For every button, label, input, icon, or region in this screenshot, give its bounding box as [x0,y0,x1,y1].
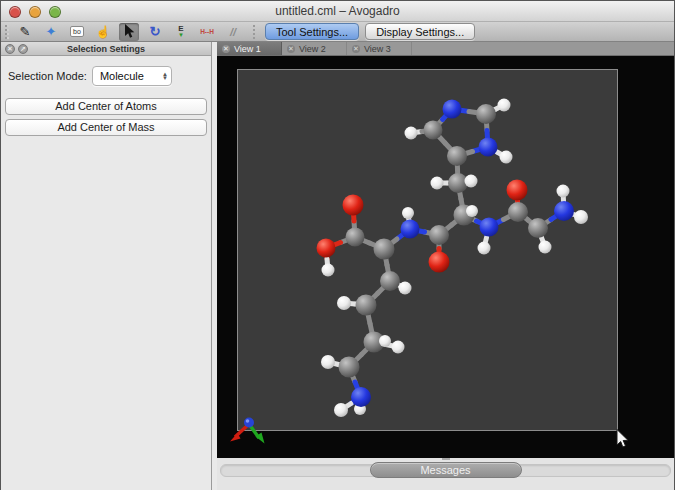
draw-tool-button[interactable]: ✎ [15,23,35,41]
close-window-button[interactable] [9,6,21,18]
hand-icon: ☝ [96,25,111,39]
tab-view-3[interactable]: ✕ View 3 [347,42,412,55]
minimize-window-button[interactable] [29,6,41,18]
navigate-icon: ✦ [46,24,57,39]
window-title: untitled.cml – Avogadro [1,1,674,22]
manipulate-tool-button[interactable]: ☝ [93,23,113,41]
toolbar-separator [253,25,255,39]
selection-mode-label: Selection Mode: [8,70,87,82]
zoom-window-button[interactable] [49,6,61,18]
navigate-tool-button[interactable]: ✦ [41,23,61,41]
statusbar: Messages [217,458,674,490]
float-icon: ↗ [20,45,26,52]
avogadro-window: untitled.cml – Avogadro ✎ ✦ bo ☝ ↻ E ▼ H… [0,0,675,490]
tool-settings-button[interactable]: Tool Settings... [265,23,359,40]
tab-view-2[interactable]: ✕ View 2 [282,42,347,55]
pencil-icon: ✎ [20,24,31,39]
align-icon: // [230,26,236,38]
axes-indicator [230,418,265,444]
tab-close-icon[interactable]: ✕ [222,45,230,53]
optimize-icon: E ▼ [178,26,184,38]
measure-tool-button[interactable]: H--H [197,23,217,41]
z-axis-sphere [244,418,254,428]
add-center-of-mass-button[interactable]: Add Center of Mass [5,119,207,136]
selection-settings-panel: ✕ ↗ Selection Settings Selection Mode: M… [1,42,212,490]
tab-label: View 3 [364,44,391,54]
selection-tool-button[interactable] [119,23,139,41]
cursor-arrow-icon [123,24,136,39]
molecule-render [217,56,675,458]
dock-close-button[interactable]: ✕ [5,44,15,54]
toolbar: ✎ ✦ bo ☝ ↻ E ▼ H--H // Tool Settings... … [1,22,674,42]
tab-view-1[interactable]: ✕ View 1 [217,42,282,55]
toolbar-drag-handle[interactable] [5,25,9,39]
tab-label: View 2 [299,44,326,54]
titlebar[interactable]: untitled.cml – Avogadro [1,1,674,22]
dock-title: Selection Settings [1,42,211,56]
tab-label: View 1 [234,44,261,54]
tab-close-icon[interactable]: ✕ [352,45,360,53]
auto-optimize-tool-button[interactable]: E ▼ [171,23,191,41]
measure-icon: H--H [200,28,214,35]
rotate-icon: ↻ [150,24,161,39]
statusbar-grip[interactable] [442,458,450,461]
dropdown-arrows-icon: ▲▼ [162,72,168,81]
align-tool-button[interactable]: // [223,23,243,41]
selection-mode-dropdown[interactable]: Molecule ▲▼ [92,66,172,86]
tab-close-icon[interactable]: ✕ [287,45,295,53]
dock-float-button[interactable]: ↗ [18,44,28,54]
bond-centric-tool-button[interactable]: bo [67,23,87,41]
messages-button[interactable]: Messages [370,462,522,478]
add-center-of-atoms-button[interactable]: Add Center of Atoms [5,98,207,115]
mouse-cursor [617,430,628,448]
close-icon: ✕ [7,45,13,52]
auto-rotate-tool-button[interactable]: ↻ [145,23,165,41]
display-settings-button[interactable]: Display Settings... [365,23,475,40]
gl-viewport[interactable] [217,56,674,458]
selection-mode-value: Molecule [100,70,144,82]
bond-centric-icon: bo [70,26,84,37]
view-tabbar: ✕ View 1 ✕ View 2 ✕ View 3 [217,42,674,56]
dock-header[interactable]: ✕ ↗ Selection Settings [1,42,211,56]
